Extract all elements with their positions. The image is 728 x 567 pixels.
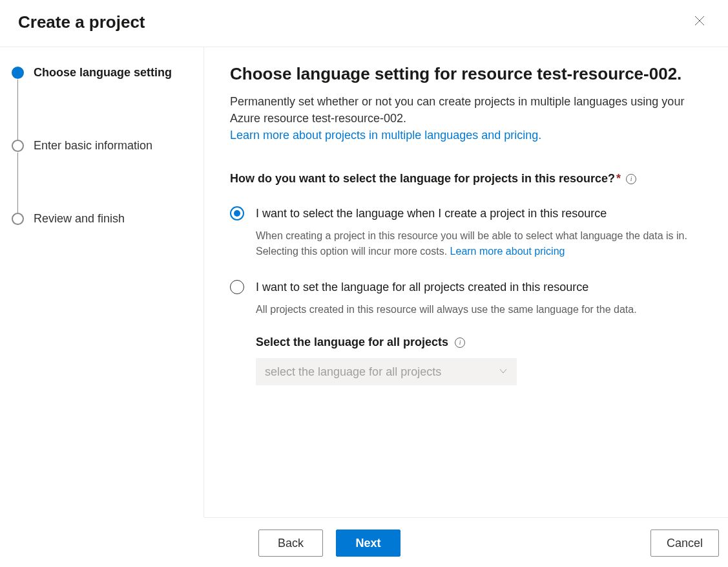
dropdown-placeholder: select the language for all projects	[265, 365, 441, 379]
step-connector	[17, 153, 18, 215]
option-title[interactable]: I want to set the language for all proje…	[256, 279, 702, 295]
radio-set-all-projects[interactable]	[230, 280, 244, 294]
step-bullet-icon	[12, 213, 24, 225]
question-label: How do you want to select the language f…	[230, 172, 702, 186]
language-dropdown-label: Select the language for all projects i	[256, 336, 702, 349]
language-dropdown[interactable]: select the language for all projects	[256, 358, 517, 385]
panel-header: Create a project	[0, 0, 728, 47]
step-label: Review and finish	[34, 211, 188, 226]
step-connector	[17, 80, 18, 142]
step-bullet-icon	[12, 140, 24, 152]
option-set-all-projects: I want to set the language for all proje…	[230, 279, 702, 385]
option-description: All projects created in this resource wi…	[256, 302, 702, 317]
label-text: Select the language for all projects	[256, 336, 448, 349]
step-choose-language[interactable]: Choose language setting	[12, 65, 188, 138]
close-icon	[694, 16, 705, 28]
page-description: Permanently set whether or not you can c…	[230, 93, 702, 144]
step-review-finish[interactable]: Review and finish	[12, 211, 188, 226]
step-bullet-icon	[12, 67, 24, 79]
panel-title: Create a project	[18, 12, 145, 32]
step-label: Choose language setting	[34, 65, 188, 80]
close-button[interactable]	[689, 12, 710, 32]
option-title[interactable]: I want to select the language when I cre…	[256, 205, 702, 222]
wizard-steps: Choose language setting Enter basic info…	[0, 47, 204, 517]
option-select-per-project: I want to select the language when I cre…	[230, 205, 702, 259]
chevron-down-icon	[499, 365, 508, 379]
radio-select-per-project[interactable]	[230, 206, 244, 220]
option-body: I want to set the language for all proje…	[256, 279, 702, 385]
option-body: I want to select the language when I cre…	[256, 205, 702, 259]
option-description: When creating a project in this resource…	[256, 228, 702, 259]
page-heading: Choose language setting for resource tes…	[230, 64, 702, 84]
step-basic-info[interactable]: Enter basic information	[12, 138, 188, 211]
info-icon[interactable]: i	[626, 174, 636, 184]
step-label: Enter basic information	[34, 138, 188, 153]
language-options: I want to select the language when I cre…	[230, 205, 702, 385]
required-star-icon: *	[616, 172, 621, 185]
back-button[interactable]: Back	[258, 530, 323, 557]
pricing-link[interactable]: Learn more about pricing	[450, 246, 565, 257]
panel-footer: Back Next Cancel	[204, 517, 728, 567]
main-content: Choose language setting for resource tes…	[204, 47, 728, 517]
create-project-panel: Create a project Choose language setting	[0, 0, 728, 567]
next-button[interactable]: Next	[336, 530, 400, 557]
page-description-text: Permanently set whether or not you can c…	[230, 95, 684, 125]
panel-body: Choose language setting Enter basic info…	[0, 47, 728, 517]
cancel-button[interactable]: Cancel	[650, 530, 719, 557]
info-icon[interactable]: i	[455, 337, 465, 348]
question-text: How do you want to select the language f…	[230, 172, 615, 185]
learn-more-link[interactable]: Learn more about projects in multiple la…	[230, 129, 541, 142]
